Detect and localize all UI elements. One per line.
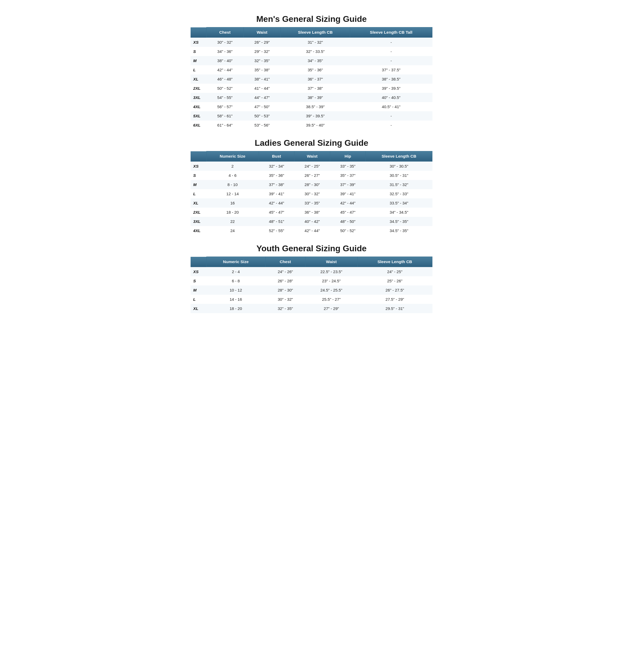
table-row: M38" - 40"32" - 35"34" - 35"- — [190, 56, 433, 65]
cell-value: 42" - 44" — [206, 65, 243, 75]
cell-value: 58" - 61" — [206, 111, 243, 120]
cell-value: 34" - 36" — [206, 47, 243, 56]
size-label: XS — [190, 162, 206, 171]
mens-sizing-table: ChestWaistSleeve Length CBSleeve Length … — [190, 27, 433, 130]
col-header-1: Numeric Size — [206, 257, 265, 267]
table-row: 3XL54" - 55"44" - 47"38" - 39"40" - 40.5… — [190, 93, 433, 102]
col-header-5: Sleeve Length CB — [366, 151, 433, 162]
table-row: 4XL56" - 57"47" - 50"38.5" - 39"40.5" - … — [190, 102, 433, 111]
cell-value: 33" - 35" — [294, 198, 330, 207]
col-header-4: Hip — [330, 151, 366, 162]
cell-value: 50" - 53" — [243, 111, 280, 120]
cell-value: 27.5" - 29" — [357, 295, 432, 304]
cell-value: 37" - 39" — [330, 180, 366, 189]
size-label: XL — [190, 75, 206, 84]
cell-value: 52" - 55" — [259, 226, 294, 235]
table-row: XS30" - 32"26" - 29"31" - 32"- — [190, 38, 433, 47]
table-row: S34" - 36"29" - 32"32" - 33.5"- — [190, 47, 433, 56]
col-header-4: Sleeve Length CB Tall — [350, 27, 432, 38]
table-row: XL1642" - 44"33" - 35"42" - 44"33.5" - 3… — [190, 198, 433, 207]
cell-value: 27" - 29" — [305, 304, 357, 313]
cell-value: - — [350, 38, 432, 47]
cell-value: 56" - 57" — [206, 102, 243, 111]
table-row: S4 - 635" - 36"26" - 27"35" - 37"30.5" -… — [190, 171, 433, 180]
size-label: S — [190, 276, 206, 285]
cell-value: 45" - 47" — [259, 207, 294, 217]
cell-value: 29.5" - 31" — [357, 304, 432, 313]
cell-value: 39" - 41" — [259, 189, 294, 198]
cell-value: 10 - 12 — [206, 285, 265, 295]
table-row: S6 - 826" - 28"23" - 24.5"25" - 26" — [190, 276, 433, 285]
cell-value: - — [350, 47, 432, 56]
col-header-1: Chest — [206, 27, 243, 38]
cell-value: 37" - 38" — [280, 84, 350, 93]
cell-value: 36" - 38" — [294, 207, 330, 217]
cell-value: 30.5" - 31" — [366, 171, 433, 180]
cell-value: - — [350, 56, 432, 65]
cell-value: 45" - 47" — [330, 207, 366, 217]
size-label: M — [190, 56, 206, 65]
cell-value: 22.5" - 23.5" — [305, 267, 357, 277]
cell-value: 24.5" - 25.5" — [305, 285, 357, 295]
size-label: S — [190, 47, 206, 56]
cell-value: 30" - 32" — [294, 189, 330, 198]
cell-value: 32" - 35" — [243, 56, 280, 65]
cell-value: 50" - 52" — [206, 84, 243, 93]
cell-value: 26" - 28" — [265, 276, 305, 285]
cell-value: - — [350, 120, 432, 130]
cell-value: 4 - 6 — [206, 171, 259, 180]
youth-sizing-table: Numeric SizeChestWaistSleeve Length CB X… — [190, 256, 433, 313]
table-row: XS2 - 424" - 26"22.5" - 23.5"24" - 25" — [190, 267, 433, 277]
col-header-3: Sleeve Length CB — [280, 27, 350, 38]
col-header-2: Bust — [259, 151, 294, 162]
cell-value: 33.5" - 34" — [366, 198, 433, 207]
cell-value: 40" - 42" — [294, 217, 330, 226]
size-label: XS — [190, 38, 206, 47]
size-label: L — [190, 65, 206, 75]
table-row: 5XL58" - 61"50" - 53"39" - 39.5"- — [190, 111, 433, 120]
cell-value: 28" - 30" — [265, 285, 305, 295]
ladies-sizing-table: Numeric SizeBustWaistHipSleeve Length CB… — [190, 151, 433, 235]
cell-value: 25" - 26" — [357, 276, 432, 285]
size-label: 3XL — [190, 93, 206, 102]
cell-value: 34" - 34.5" — [366, 207, 433, 217]
cell-value: 38.5" - 39" — [280, 102, 350, 111]
cell-value: 2 — [206, 162, 259, 171]
cell-value: 39" - 39.5" — [280, 111, 350, 120]
cell-value: 35" - 36" — [280, 65, 350, 75]
mens-title: Men's General Sizing Guide — [190, 14, 433, 24]
cell-value: 26" - 27.5" — [357, 285, 432, 295]
col-header-4: Sleeve Length CB — [357, 257, 432, 267]
table-row: 6XL61" - 64"53" - 56"39.5" - 40"- — [190, 120, 433, 130]
cell-value: 30" - 32" — [265, 295, 305, 304]
cell-value: 35" - 37" — [330, 171, 366, 180]
cell-value: 40.5" - 41" — [350, 102, 432, 111]
cell-value: 14 - 16 — [206, 295, 265, 304]
cell-value: 37" - 38" — [259, 180, 294, 189]
cell-value: 31.5" - 32" — [366, 180, 433, 189]
cell-value: 41" - 44" — [243, 84, 280, 93]
cell-value: 37" - 37.5" — [350, 65, 432, 75]
cell-value: 18 - 20 — [206, 304, 265, 313]
cell-value: 26" - 29" — [243, 38, 280, 47]
col-header-2: Waist — [243, 27, 280, 38]
cell-value: 32" - 34" — [259, 162, 294, 171]
cell-value: 36" - 37" — [280, 75, 350, 84]
cell-value: 48" - 50" — [330, 217, 366, 226]
cell-value: 34.5" - 35" — [366, 226, 433, 235]
size-label: 4XL — [190, 102, 206, 111]
col-header-3: Waist — [294, 151, 330, 162]
size-label: XS — [190, 267, 206, 277]
cell-value: 8 - 10 — [206, 180, 259, 189]
cell-value: 39.5" - 40" — [280, 120, 350, 130]
cell-value: 40" - 40.5" — [350, 93, 432, 102]
cell-value: 32.5" - 33" — [366, 189, 433, 198]
cell-value: 35" - 38" — [243, 65, 280, 75]
size-label: 3XL — [190, 217, 206, 226]
cell-value: 16 — [206, 198, 259, 207]
cell-value: 33" - 35" — [330, 162, 366, 171]
table-row: 3XL2248" - 51"40" - 42"48" - 50"34.5" - … — [190, 217, 433, 226]
size-label: M — [190, 180, 206, 189]
size-label: 4XL — [190, 226, 206, 235]
cell-value: 23" - 24.5" — [305, 276, 357, 285]
